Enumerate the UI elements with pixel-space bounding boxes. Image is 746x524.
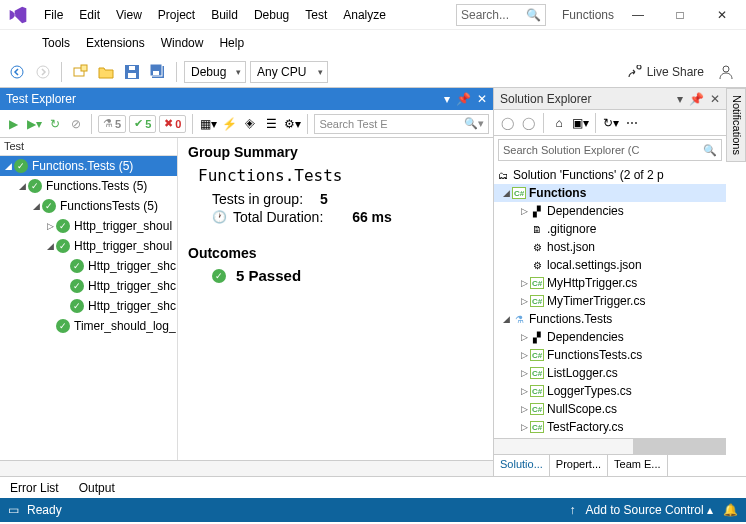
add-to-source-control[interactable]: Add to Source Control ▴ [586, 503, 713, 517]
nav-fwd-button[interactable] [32, 61, 54, 83]
dropdown-icon[interactable]: ▾ [677, 92, 683, 106]
test-tree-node[interactable]: ✓Http_trigger_shc [0, 256, 177, 276]
publish-icon[interactable]: ↑ [570, 503, 576, 517]
tests-total-pill[interactable]: ⚗ 5 [98, 115, 126, 133]
solution-search[interactable]: Search Solution Explorer (C 🔍 [498, 139, 722, 161]
repeat-button[interactable]: ↻ [46, 115, 64, 133]
menu-project[interactable]: Project [150, 4, 203, 26]
menu-build[interactable]: Build [203, 4, 246, 26]
solution-explorer-tabs: Solutio... Propert... Team E... [494, 454, 726, 476]
title-search-placeholder: Search... [461, 8, 509, 22]
se-switch-button[interactable]: ▣▾ [571, 114, 589, 132]
test-tree-node[interactable]: ◢✓FunctionsTests (5) [0, 196, 177, 216]
test-tree-node[interactable]: ✓Timer_should_log_ [0, 316, 177, 336]
columns-button[interactable]: ☰ [262, 115, 280, 133]
horizontal-scrollbar[interactable] [0, 460, 493, 476]
test-tree-node[interactable]: ▷✓Http_trigger_shoul [0, 216, 177, 236]
tests-pass-pill[interactable]: ✔ 5 [129, 115, 156, 133]
check-icon: ✓ [28, 179, 42, 193]
menu-view[interactable]: View [108, 4, 150, 26]
solution-explorer-toolbar: ◯ ◯ ⌂ ▣▾ ↻▾ ⋯ [494, 110, 726, 136]
solution-item[interactable]: ▷C#LoggerTypes.cs [494, 382, 726, 400]
solution-node[interactable]: 🗂 Solution 'Functions' (2 of 2 p [494, 166, 726, 184]
se-back-button[interactable]: ◯ [498, 114, 516, 132]
platform-combo[interactable]: Any CPU [250, 61, 328, 83]
nav-back-button[interactable] [6, 61, 28, 83]
total-duration: 🕐 Total Duration: 66 ms [212, 209, 483, 225]
live-share-label: Live Share [647, 65, 704, 79]
pin-icon[interactable]: 📌 [456, 92, 471, 106]
solution-item[interactable]: ⚙host.json [494, 238, 726, 256]
project-functions-tests[interactable]: ◢ ⚗ Functions.Tests [494, 310, 726, 328]
test-explorer-header: Test Explorer ▾ 📌 ✕ [0, 88, 493, 110]
tests-fail-pill[interactable]: ✖ 0 [159, 115, 186, 133]
solution-item[interactable]: ▷C#ListLogger.cs [494, 364, 726, 382]
tab-output[interactable]: Output [69, 478, 125, 498]
se-refresh-button[interactable]: ↻▾ [602, 114, 620, 132]
solution-item[interactable]: ▷C#MyHttpTrigger.cs [494, 274, 726, 292]
user-icon[interactable] [718, 64, 734, 80]
solution-item[interactable]: ▷C#NullScope.cs [494, 400, 726, 418]
solution-item[interactable]: ▷C#TestFactory.cs [494, 418, 726, 436]
menu-debug[interactable]: Debug [246, 4, 297, 26]
test-tree-node[interactable]: ◢✓Functions.Tests (5) [0, 156, 177, 176]
notifications-tab[interactable]: Notifications [726, 88, 746, 162]
filter-button[interactable]: ⚡ [220, 115, 238, 133]
project-functions[interactable]: ◢ C# Functions [494, 184, 726, 202]
stop-button[interactable]: ⊘ [67, 115, 85, 133]
tab-properties[interactable]: Propert... [550, 455, 608, 476]
notifications-icon[interactable]: 🔔 [723, 503, 738, 517]
maximize-button[interactable]: □ [666, 3, 694, 27]
minimize-button[interactable]: ― [624, 3, 652, 27]
menu-help[interactable]: Help [211, 32, 252, 54]
se-more-button[interactable]: ⋯ [623, 114, 641, 132]
save-all-button[interactable] [147, 61, 169, 83]
solution-explorer-header: Solution Explorer ▾ 📌 ✕ [494, 88, 726, 110]
chevron-right-icon: ▷ [518, 422, 530, 432]
dropdown-icon[interactable]: ▾ [444, 92, 450, 106]
config-combo[interactable]: Debug [184, 61, 246, 83]
tab-team-explorer[interactable]: Team E... [608, 455, 667, 476]
run-all-button[interactable]: ▶ [4, 115, 22, 133]
new-project-button[interactable] [69, 61, 91, 83]
settings-button[interactable]: ⚙▾ [283, 115, 301, 133]
solution-item[interactable]: ▷▞Dependencies [494, 328, 726, 346]
open-button[interactable] [95, 61, 117, 83]
solution-item[interactable]: ⚙local.settings.json [494, 256, 726, 274]
status-ready: Ready [27, 503, 62, 517]
menu-tools[interactable]: Tools [34, 32, 78, 54]
hierarchy-button[interactable]: 🞛 [241, 115, 259, 133]
save-button[interactable] [121, 61, 143, 83]
live-share-button[interactable]: Live Share [627, 64, 740, 80]
solution-item[interactable]: ▷C#MyTimerTrigger.cs [494, 292, 726, 310]
test-search[interactable]: Search Test E 🔍▾ [314, 114, 489, 134]
test-tree-node[interactable]: ✓Http_trigger_shc [0, 276, 177, 296]
solution-item[interactable]: 🗎.gitignore [494, 220, 726, 238]
tab-solution[interactable]: Solutio... [494, 455, 550, 476]
menu-edit[interactable]: Edit [71, 4, 108, 26]
playlist-button[interactable]: ▦▾ [199, 115, 217, 133]
test-tree-header[interactable]: Test [0, 138, 177, 156]
solution-item[interactable]: ▷▞Dependencies [494, 202, 726, 220]
close-panel-icon[interactable]: ✕ [477, 92, 487, 106]
title-search[interactable]: Search... 🔍 [456, 4, 546, 26]
tab-error-list[interactable]: Error List [0, 478, 69, 498]
run-button[interactable]: ▶▾ [25, 115, 43, 133]
close-panel-icon[interactable]: ✕ [710, 92, 720, 106]
se-home-button[interactable]: ⌂ [550, 114, 568, 132]
test-tree-node[interactable]: ◢✓Http_trigger_shoul [0, 236, 177, 256]
menu-file[interactable]: File [36, 4, 71, 26]
chevron-right-icon: ▷ [518, 332, 530, 342]
solution-item[interactable]: ▷C#FunctionsTests.cs [494, 346, 726, 364]
menu-window[interactable]: Window [153, 32, 212, 54]
pin-icon[interactable]: 📌 [689, 92, 704, 106]
test-tree-node[interactable]: ◢✓Functions.Tests (5) [0, 176, 177, 196]
se-fwd-button[interactable]: ◯ [519, 114, 537, 132]
close-button[interactable]: ✕ [708, 3, 736, 27]
menu-analyze[interactable]: Analyze [335, 4, 394, 26]
menu-test[interactable]: Test [297, 4, 335, 26]
test-tree-node[interactable]: ✓Http_trigger_shc [0, 296, 177, 316]
se-horizontal-scrollbar[interactable] [494, 438, 726, 454]
app-title: Functions [552, 8, 624, 22]
menu-extensions[interactable]: Extensions [78, 32, 153, 54]
